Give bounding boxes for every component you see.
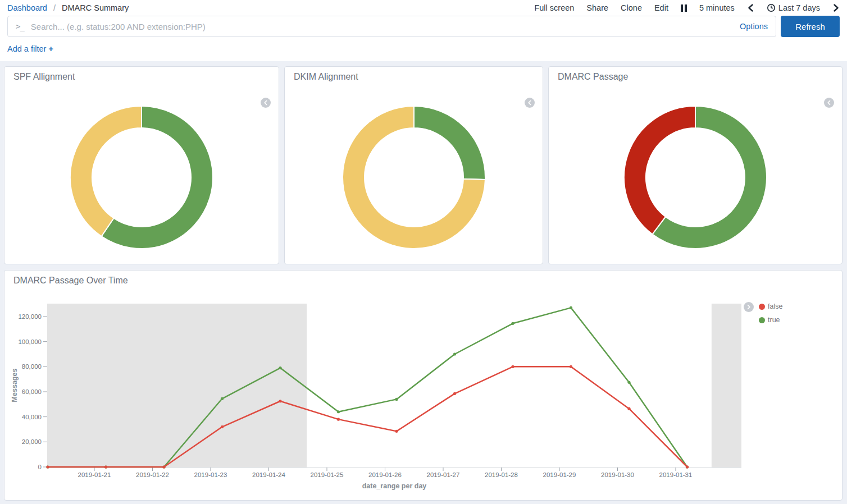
top-nav-menu: Full screen Share Clone Edit 5 minutes L… <box>534 3 840 12</box>
legend-collapse-icon[interactable] <box>525 98 535 108</box>
series-false-point-2019-01-28[interactable] <box>511 365 514 368</box>
y-tick-label: 80,000 <box>22 363 42 370</box>
add-filter-link[interactable]: Add a filter+ <box>7 44 53 53</box>
search-options-link[interactable]: Options <box>740 22 768 31</box>
legend-label: false <box>768 303 782 310</box>
dmarc-donut-chart[interactable] <box>623 105 768 252</box>
x-tick-label: 2019-01-26 <box>368 471 402 478</box>
series-false-point-2019-01-30[interactable] <box>627 407 630 410</box>
panel-title: DKIM Alignment <box>285 67 543 82</box>
x-tick-label: 2019-01-21 <box>78 471 111 478</box>
dashboard-grid: SPF Allignment DKIM Alignment DMARC Pass… <box>0 61 847 501</box>
series-true-point-2019-01-26[interactable] <box>395 398 398 401</box>
x-tick-label: 2019-01-25 <box>311 471 344 478</box>
search-bar: >_ Options <box>7 16 776 37</box>
filter-bar: Add a filter+ <box>7 37 840 61</box>
kibana-dashboard-page: Dashboard / DMARC Summary Full screen Sh… <box>0 0 847 501</box>
page-title: DMARC Summary <box>62 3 129 12</box>
x-tick-label: 2019-01-24 <box>252 471 285 478</box>
partial-bucket-shade-1 <box>712 304 741 468</box>
y-tick-label: 120,000 <box>18 313 42 320</box>
search-input[interactable] <box>31 22 733 31</box>
series-true-point-2019-01-25[interactable] <box>337 410 340 413</box>
series-false-point-2019-01-25[interactable] <box>337 418 340 421</box>
legend-item-false[interactable]: false <box>759 303 782 310</box>
false-series-dot <box>759 304 765 310</box>
x-tick-label: 2019-01-28 <box>485 471 518 478</box>
time-range-picker[interactable]: Last 7 days <box>767 3 820 12</box>
refresh-interval-button[interactable]: 5 minutes <box>699 3 735 12</box>
y-tick-label: 20,000 <box>22 438 42 445</box>
panel-spf-alignment: SPF Allignment <box>4 66 279 264</box>
series-true-point-2019-01-27[interactable] <box>453 352 456 355</box>
donut-slice-1[interactable] <box>624 106 695 234</box>
panel-dkim-alignment: DKIM Alignment <box>284 66 543 264</box>
legend-toggle-icon[interactable] <box>744 302 754 312</box>
legend-label: true <box>768 316 780 324</box>
legend-collapse-icon[interactable] <box>824 98 834 108</box>
search-row: >_ Options Refresh <box>7 16 840 37</box>
time-back-icon[interactable] <box>747 4 754 12</box>
donut-slice-1[interactable] <box>70 106 142 236</box>
time-forward-icon[interactable] <box>832 4 840 12</box>
breadcrumb-separator: / <box>53 3 56 12</box>
x-tick-label: 2019-01-22 <box>136 471 169 478</box>
top-bar: Dashboard / DMARC Summary Full screen Sh… <box>0 0 847 61</box>
panel-dmarc-over-time: DMARC Passage Over Time 020,00040,00060,… <box>4 270 843 501</box>
x-tick-label: 2019-01-23 <box>194 471 227 478</box>
x-tick-label: 2019-01-31 <box>659 471 693 478</box>
series-false-point-2019-01-24[interactable] <box>279 400 281 402</box>
x-tick-label: 2019-01-27 <box>427 471 460 478</box>
legend-item-true[interactable]: true <box>759 316 782 324</box>
series-true-point-2019-01-23[interactable] <box>221 397 224 400</box>
series-false-point-2019-01-23[interactable] <box>221 425 224 428</box>
time-range-label: Last 7 days <box>778 3 820 12</box>
series-true-point-2019-01-29[interactable] <box>570 306 572 309</box>
series-false-point-2019-01-31[interactable] <box>686 465 689 468</box>
refresh-button[interactable]: Refresh <box>781 16 840 37</box>
series-false-point-2019-01-22[interactable] <box>162 465 165 468</box>
panel-title: DMARC Passage <box>549 67 842 82</box>
spf-donut-chart[interactable] <box>69 105 214 252</box>
series-false-point-2019-01-26[interactable] <box>395 430 398 433</box>
series-true-point-2019-01-30[interactable] <box>627 381 630 384</box>
breadcrumb: Dashboard / DMARC Summary <box>7 3 129 12</box>
x-axis-title: date_range per day <box>362 482 427 490</box>
dmarc-over-time-line-chart[interactable]: 020,00040,00060,00080,000100,000120,0002… <box>4 271 842 500</box>
y-tick-label: 60,000 <box>22 388 42 395</box>
panel-dmarc-passage: DMARC Passage <box>548 66 843 264</box>
breadcrumb-dashboard-link[interactable]: Dashboard <box>7 3 47 12</box>
menu-item-clone[interactable]: Clone <box>621 3 642 12</box>
x-tick-label: 2019-01-29 <box>543 471 576 478</box>
clock-icon <box>767 3 776 12</box>
series-true-point-2019-01-24[interactable] <box>279 366 281 369</box>
legend-collapse-icon[interactable] <box>261 98 271 108</box>
donut-slice-0[interactable] <box>414 106 485 180</box>
menu-item-share[interactable]: Share <box>586 3 608 12</box>
add-filter-label: Add a filter <box>7 44 46 53</box>
y-tick-label: 0 <box>38 464 42 470</box>
partial-bucket-shade-0 <box>47 304 307 468</box>
true-series-dot <box>759 317 765 323</box>
series-false-point-2019-01-21[interactable] <box>104 465 107 468</box>
x-tick-label: 2019-01-30 <box>601 471 634 478</box>
dkim-donut-chart[interactable] <box>341 105 486 252</box>
y-axis-title: Messages <box>11 369 19 402</box>
series-true-point-2019-01-28[interactable] <box>511 322 514 325</box>
y-tick-label: 40,000 <box>22 414 42 420</box>
y-tick-label: 100,000 <box>18 338 42 345</box>
query-prompt-icon: >_ <box>16 22 24 31</box>
menu-item-edit[interactable]: Edit <box>654 3 668 12</box>
pause-icon[interactable] <box>681 4 687 12</box>
series-false-point-2019-01-27[interactable] <box>453 392 456 395</box>
chart-legend: false true <box>759 303 782 324</box>
series-false-point-2019-01-29[interactable] <box>570 365 572 368</box>
menu-item-full-screen[interactable]: Full screen <box>534 3 574 12</box>
plus-icon: + <box>48 44 53 53</box>
panel-title: SPF Allignment <box>4 67 279 82</box>
series-false-point-2019-01-20[interactable] <box>46 465 49 468</box>
